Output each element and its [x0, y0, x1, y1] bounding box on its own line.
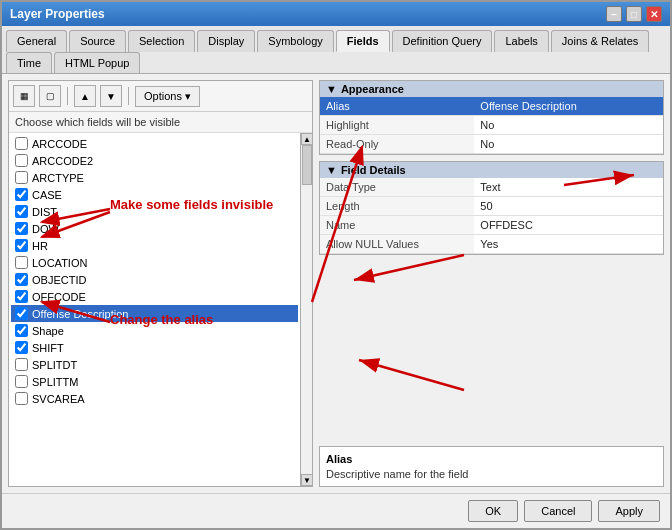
field-item[interactable]: DIST: [11, 203, 298, 220]
tab-bar: General Source Selection Display Symbolo…: [2, 26, 670, 74]
allow-null-label: Allow NULL Values: [320, 235, 474, 254]
tab-source[interactable]: Source: [69, 30, 126, 52]
spacer: [319, 261, 664, 440]
name-value: OFFDESC: [474, 216, 663, 235]
field-item[interactable]: Offense Description: [11, 305, 298, 322]
vertical-scrollbar[interactable]: ▲ ▼: [300, 133, 312, 486]
field-checkbox[interactable]: [15, 392, 28, 405]
tab-labels[interactable]: Labels: [494, 30, 548, 52]
scroll-thumb[interactable]: [302, 145, 312, 185]
right-panel: ▼ Appearance Alias Offense Description H…: [319, 80, 664, 487]
title-bar: Layer Properties – □ ✕: [2, 2, 670, 26]
field-list-area: ARCCODEARCCODE2ARCTYPECASEDISTDOWHRLOCAT…: [9, 133, 300, 486]
field-checkbox[interactable]: [15, 154, 28, 167]
field-checkbox[interactable]: [15, 324, 28, 337]
field-checkbox[interactable]: [15, 222, 28, 235]
layer-properties-window: Layer Properties – □ ✕ General Source Se…: [0, 0, 672, 530]
field-item[interactable]: CASE: [11, 186, 298, 203]
title-bar-buttons: – □ ✕: [606, 6, 662, 22]
field-item[interactable]: Shape: [11, 322, 298, 339]
field-checkbox[interactable]: [15, 256, 28, 269]
field-checkbox[interactable]: [15, 273, 28, 286]
field-checkbox[interactable]: [15, 358, 28, 371]
tab-joins-relates[interactable]: Joins & Relates: [551, 30, 649, 52]
field-name-label: SPLITDT: [32, 359, 77, 371]
maximize-button[interactable]: □: [626, 6, 642, 22]
field-item[interactable]: SPLITDT: [11, 356, 298, 373]
cancel-button[interactable]: Cancel: [524, 500, 592, 522]
tab-fields[interactable]: Fields: [336, 30, 390, 52]
left-panel: ▦ ▢ ▲ ▼ Options ▾ Choose which fields wi…: [8, 80, 313, 487]
readonly-value: No: [474, 135, 663, 154]
move-down-button[interactable]: ▼: [100, 85, 122, 107]
fields-toolbar: ▦ ▢ ▲ ▼ Options ▾: [9, 81, 312, 112]
field-checkbox[interactable]: [15, 171, 28, 184]
field-name-label: ARCCODE2: [32, 155, 93, 167]
scroll-down-button[interactable]: ▼: [301, 474, 312, 486]
field-checkbox[interactable]: [15, 239, 28, 252]
minimize-button[interactable]: –: [606, 6, 622, 22]
highlight-label: Highlight: [320, 116, 474, 135]
field-name-label: SHIFT: [32, 342, 64, 354]
field-item[interactable]: OBJECTID: [11, 271, 298, 288]
alias-value[interactable]: Offense Description: [474, 97, 663, 116]
move-up-button[interactable]: ▲: [74, 85, 96, 107]
field-details-header: ▼ Field Details: [320, 162, 663, 178]
field-item[interactable]: ARCCODE: [11, 135, 298, 152]
tab-general[interactable]: General: [6, 30, 67, 52]
toolbar-separator: [67, 87, 68, 105]
field-checkbox[interactable]: [15, 188, 28, 201]
field-item[interactable]: LOCATION: [11, 254, 298, 271]
name-label: Name: [320, 216, 474, 235]
tab-symbology[interactable]: Symbology: [257, 30, 333, 52]
ok-button[interactable]: OK: [468, 500, 518, 522]
tab-definition-query[interactable]: Definition Query: [392, 30, 493, 52]
scroll-up-button[interactable]: ▲: [301, 133, 312, 145]
field-name-label: ARCTYPE: [32, 172, 84, 184]
select-all-button[interactable]: ▦: [13, 85, 35, 107]
field-name-label: OBJECTID: [32, 274, 86, 286]
length-value: 50: [474, 197, 663, 216]
tab-html-popup[interactable]: HTML Popup: [54, 52, 140, 73]
readonly-row: Read-Only No: [320, 135, 663, 154]
options-label: Options ▾: [144, 90, 191, 103]
field-name-label: Offense Description: [32, 308, 128, 320]
field-item[interactable]: ARCTYPE: [11, 169, 298, 186]
close-button[interactable]: ✕: [646, 6, 662, 22]
options-button[interactable]: Options ▾: [135, 86, 200, 107]
field-checkbox[interactable]: [15, 341, 28, 354]
tab-selection[interactable]: Selection: [128, 30, 195, 52]
apply-button[interactable]: Apply: [598, 500, 660, 522]
allow-null-row: Allow NULL Values Yes: [320, 235, 663, 254]
appearance-table: Alias Offense Description Highlight No R…: [320, 97, 663, 154]
field-name-label: ARCCODE: [32, 138, 87, 150]
field-item[interactable]: SPLITTM: [11, 373, 298, 390]
bottom-bar: OK Cancel Apply: [2, 493, 670, 528]
field-checkbox[interactable]: [15, 205, 28, 218]
field-item[interactable]: HR: [11, 237, 298, 254]
field-name-label: DIST: [32, 206, 57, 218]
field-item[interactable]: SHIFT: [11, 339, 298, 356]
field-item[interactable]: ARCCODE2: [11, 152, 298, 169]
field-name-label: DOW: [32, 223, 59, 235]
field-item[interactable]: OFFCODE: [11, 288, 298, 305]
scroll-track: [301, 145, 312, 474]
highlight-row: Highlight No: [320, 116, 663, 135]
data-type-label: Data Type: [320, 178, 474, 197]
field-checkbox[interactable]: [15, 290, 28, 303]
field-item[interactable]: DOW: [11, 220, 298, 237]
clear-all-button[interactable]: ▢: [39, 85, 61, 107]
alias-row[interactable]: Alias Offense Description: [320, 97, 663, 116]
toolbar-separator-2: [128, 87, 129, 105]
field-name-label: OFFCODE: [32, 291, 86, 303]
tab-display[interactable]: Display: [197, 30, 255, 52]
field-details-table: Data Type Text Length 50 Name OFFDESC Al…: [320, 178, 663, 254]
field-checkbox[interactable]: [15, 137, 28, 150]
field-list: ARCCODEARCCODE2ARCTYPECASEDISTDOWHRLOCAT…: [9, 133, 300, 486]
tab-time[interactable]: Time: [6, 52, 52, 73]
field-list-container: ARCCODEARCCODE2ARCTYPECASEDISTDOWHRLOCAT…: [9, 133, 312, 486]
main-content: ▦ ▢ ▲ ▼ Options ▾ Choose which fields wi…: [2, 74, 670, 493]
field-checkbox[interactable]: [15, 307, 28, 320]
field-item[interactable]: SVCAREA: [11, 390, 298, 407]
field-checkbox[interactable]: [15, 375, 28, 388]
